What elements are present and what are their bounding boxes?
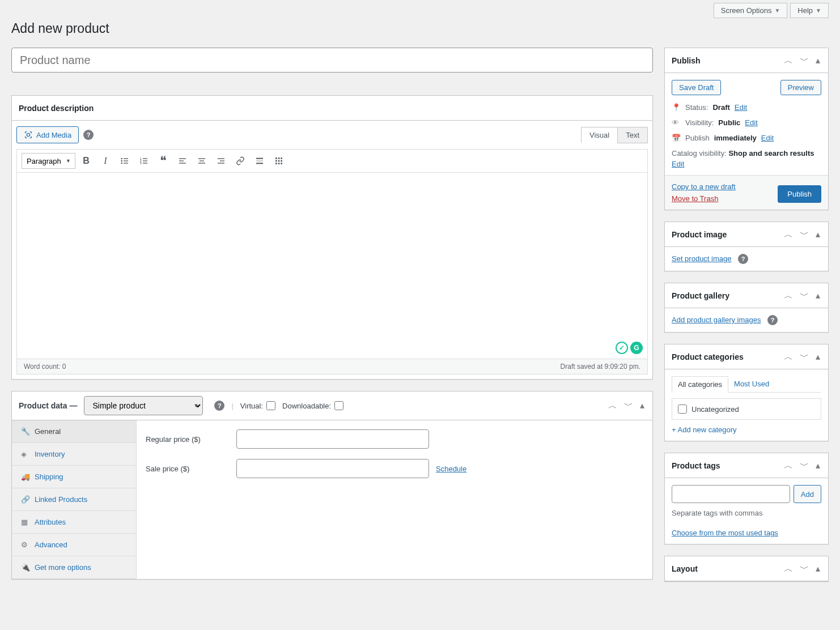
help-icon[interactable]: ? bbox=[738, 254, 748, 264]
editor-tab-visual[interactable]: Visual bbox=[581, 127, 618, 143]
panel-up-button[interactable]: ︿ bbox=[783, 290, 794, 301]
bullet-list-button[interactable] bbox=[116, 153, 133, 169]
grammarly-icon[interactable]: G bbox=[630, 342, 643, 354]
bold-button[interactable]: B bbox=[78, 153, 95, 169]
category-tab-most-used[interactable]: Most Used bbox=[728, 376, 775, 392]
virtual-checkbox[interactable] bbox=[266, 401, 275, 410]
panel-down-button[interactable]: ﹀ bbox=[799, 563, 810, 574]
align-right-icon bbox=[217, 156, 226, 165]
regular-price-input[interactable] bbox=[236, 429, 429, 449]
move-to-trash-link[interactable]: Move to Trash bbox=[672, 194, 736, 203]
pd-tab-attributes[interactable]: ▦Attributes bbox=[12, 511, 136, 534]
grammarly-shield-icon[interactable]: ✓ bbox=[616, 342, 628, 354]
edit-visibility-link[interactable]: Edit bbox=[745, 118, 757, 127]
panel-toggle-button[interactable]: ▴ bbox=[814, 563, 821, 574]
pd-tab-advanced[interactable]: ⚙Advanced bbox=[12, 534, 136, 556]
product-gallery-panel: Product gallery ︿ ﹀ ▴ Add product galler… bbox=[664, 283, 829, 333]
panel-down-button[interactable]: ﹀ bbox=[623, 400, 634, 411]
align-left-icon bbox=[178, 156, 187, 165]
pd-tab-general[interactable]: 🔧General bbox=[12, 420, 136, 443]
preview-button[interactable]: Preview bbox=[780, 80, 821, 95]
panel-up-button[interactable]: ︿ bbox=[607, 400, 618, 411]
panel-down-button[interactable]: ﹀ bbox=[799, 351, 810, 363]
product-description-title: Product description bbox=[19, 104, 94, 113]
panel-down-button[interactable]: ﹀ bbox=[799, 290, 810, 301]
pd-tab-shipping[interactable]: 🚚Shipping bbox=[12, 466, 136, 488]
panel-toggle-button[interactable]: ▴ bbox=[814, 351, 821, 363]
caret-down-icon: ▼ bbox=[816, 7, 821, 14]
sale-price-input[interactable] bbox=[236, 459, 429, 478]
save-draft-button[interactable]: Save Draft bbox=[672, 80, 721, 95]
pd-tab-more[interactable]: 🔌Get more options bbox=[12, 556, 136, 579]
edit-catalog-link[interactable]: Edit bbox=[672, 160, 684, 168]
editor-textarea[interactable]: ✓ G bbox=[16, 172, 648, 359]
panel-toggle-button[interactable]: ▴ bbox=[814, 460, 821, 471]
panel-up-button[interactable]: ︿ bbox=[783, 351, 794, 363]
tag-hint: Separate tags with commas bbox=[672, 509, 821, 517]
panel-down-button[interactable]: ﹀ bbox=[799, 229, 810, 240]
numbered-list-button[interactable]: 123 bbox=[135, 153, 152, 169]
category-item-uncategorized[interactable]: Uncategorized bbox=[678, 405, 815, 414]
svg-rect-8 bbox=[143, 158, 147, 159]
edit-publish-date-link[interactable]: Edit bbox=[761, 134, 774, 142]
pd-tab-linked[interactable]: 🔗Linked Products bbox=[12, 488, 136, 511]
svg-rect-30 bbox=[281, 160, 282, 162]
editor-tab-text[interactable]: Text bbox=[617, 127, 648, 143]
draft-saved-text: Draft saved at 9:09:20 pm. bbox=[561, 363, 640, 371]
svg-rect-10 bbox=[143, 160, 147, 161]
panel-down-button[interactable]: ﹀ bbox=[799, 55, 810, 66]
gear-icon: ⚙ bbox=[21, 540, 29, 549]
blockquote-button[interactable]: ❝ bbox=[155, 153, 172, 169]
help-label: Help bbox=[797, 6, 813, 15]
product-type-select[interactable]: Simple product bbox=[84, 396, 203, 415]
align-right-button[interactable] bbox=[213, 153, 230, 169]
panel-toggle-button[interactable]: ▴ bbox=[814, 290, 821, 301]
panel-toggle-button[interactable]: ▴ bbox=[639, 400, 646, 411]
help-icon[interactable]: ? bbox=[83, 130, 94, 140]
pd-tab-inventory[interactable]: ◈Inventory bbox=[12, 443, 136, 466]
calendar-icon: 📅 bbox=[672, 134, 681, 142]
panel-down-button[interactable]: ﹀ bbox=[799, 460, 810, 471]
downloadable-checkbox-label[interactable]: Downloadable: bbox=[282, 401, 343, 410]
screen-options-button[interactable]: Screen Options▼ bbox=[714, 3, 788, 18]
italic-button[interactable]: I bbox=[97, 153, 114, 169]
add-gallery-images-link[interactable]: Add product gallery images bbox=[672, 316, 761, 324]
panel-up-button[interactable]: ︿ bbox=[783, 460, 794, 471]
sale-price-label: Sale price ($) bbox=[146, 465, 236, 473]
publish-button[interactable]: Publish bbox=[778, 185, 821, 203]
product-image-title: Product image bbox=[672, 230, 727, 239]
publish-title: Publish bbox=[672, 56, 701, 65]
tag-input[interactable] bbox=[672, 485, 790, 503]
link-button[interactable] bbox=[232, 153, 249, 169]
align-center-button[interactable] bbox=[193, 153, 210, 169]
panel-up-button[interactable]: ︿ bbox=[783, 55, 794, 66]
copy-draft-link[interactable]: Copy to a new draft bbox=[672, 182, 736, 191]
read-more-button[interactable] bbox=[251, 153, 268, 169]
add-new-category-link[interactable]: + Add new category bbox=[672, 425, 737, 434]
svg-point-0 bbox=[27, 133, 29, 136]
align-left-button[interactable] bbox=[174, 153, 191, 169]
panel-toggle-button[interactable]: ▴ bbox=[814, 229, 821, 240]
panel-up-button[interactable]: ︿ bbox=[783, 563, 794, 574]
add-tag-button[interactable]: Add bbox=[794, 485, 821, 503]
category-tab-all[interactable]: All categories bbox=[672, 376, 728, 393]
help-button[interactable]: Help▼ bbox=[790, 3, 829, 18]
wrench-icon: 🔧 bbox=[21, 427, 29, 436]
category-checkbox-uncategorized[interactable] bbox=[678, 405, 687, 414]
caret-down-icon: ▼ bbox=[774, 7, 780, 14]
help-icon[interactable]: ? bbox=[214, 401, 224, 411]
edit-status-link[interactable]: Edit bbox=[735, 103, 747, 112]
schedule-link[interactable]: Schedule bbox=[436, 465, 466, 473]
choose-used-tags-link[interactable]: Choose from the most used tags bbox=[672, 529, 778, 537]
panel-toggle-button[interactable]: ▴ bbox=[814, 55, 821, 66]
help-icon[interactable]: ? bbox=[767, 315, 778, 325]
virtual-checkbox-label[interactable]: Virtual: bbox=[240, 401, 275, 410]
toolbar-toggle-button[interactable] bbox=[270, 153, 287, 169]
downloadable-checkbox[interactable] bbox=[334, 401, 343, 410]
svg-text:3: 3 bbox=[140, 161, 142, 165]
format-select[interactable]: Paragraph bbox=[22, 153, 75, 169]
set-product-image-link[interactable]: Set product image bbox=[672, 254, 732, 263]
add-media-button[interactable]: Add Media bbox=[16, 126, 79, 143]
panel-up-button[interactable]: ︿ bbox=[783, 229, 794, 240]
product-name-input[interactable] bbox=[11, 48, 653, 73]
